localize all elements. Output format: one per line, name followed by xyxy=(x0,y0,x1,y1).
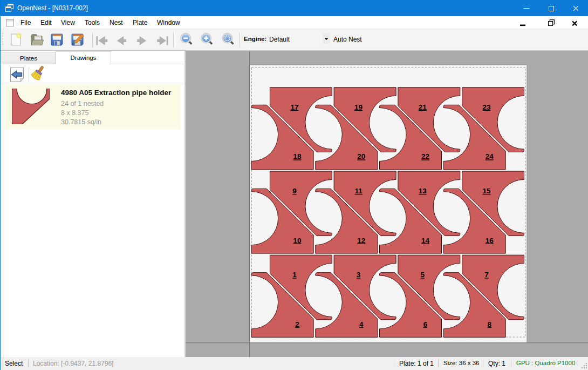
svg-text:2: 2 xyxy=(295,320,299,328)
svg-text:21: 21 xyxy=(419,103,427,111)
svg-text:6: 6 xyxy=(423,320,428,328)
svg-text:19: 19 xyxy=(354,103,363,111)
svg-text:20: 20 xyxy=(357,152,365,160)
svg-text:4: 4 xyxy=(359,320,364,328)
svg-text:7: 7 xyxy=(484,271,489,279)
svg-text:24: 24 xyxy=(486,152,494,160)
svg-text:15: 15 xyxy=(482,187,491,195)
svg-text:14: 14 xyxy=(421,237,430,245)
svg-text:9: 9 xyxy=(292,187,297,195)
svg-text:5: 5 xyxy=(421,271,425,279)
svg-text:12: 12 xyxy=(357,237,365,245)
svg-text:17: 17 xyxy=(290,103,298,111)
svg-text:13: 13 xyxy=(419,187,427,195)
svg-text:18: 18 xyxy=(293,152,302,160)
svg-text:16: 16 xyxy=(486,237,494,245)
svg-text:10: 10 xyxy=(293,237,302,245)
svg-text:22: 22 xyxy=(421,152,429,160)
svg-text:8: 8 xyxy=(487,320,491,328)
svg-text:11: 11 xyxy=(354,187,363,195)
svg-text:3: 3 xyxy=(357,271,361,279)
svg-text:1: 1 xyxy=(292,271,297,279)
svg-text:23: 23 xyxy=(482,103,491,111)
